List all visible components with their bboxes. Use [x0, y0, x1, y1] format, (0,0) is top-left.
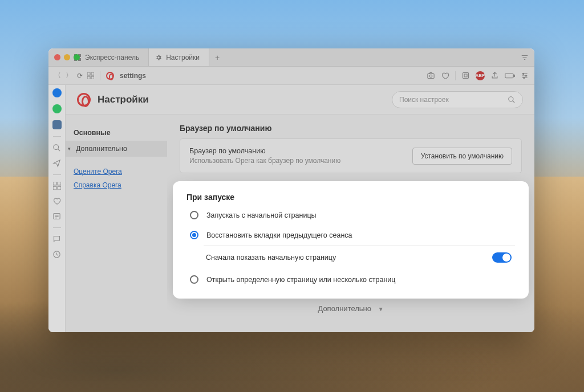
easy-setup-icon[interactable] — [521, 72, 529, 80]
gear-icon — [155, 54, 163, 62]
svg-rect-6 — [87, 76, 90, 79]
section-default-browser-title: Браузер по умолчанию — [180, 124, 522, 133]
opera-logo-icon — [77, 93, 91, 107]
send-rail-icon[interactable] — [52, 159, 61, 168]
close-window-icon[interactable] — [54, 54, 60, 60]
svg-point-15 — [525, 75, 526, 76]
svg-point-17 — [54, 145, 59, 150]
browser-window: Экспресс-панель Настройки + 〈 〉 ⟳ settin… — [48, 48, 534, 332]
radio-label: Открыть определенную страницу или нескол… — [206, 276, 395, 284]
tabbar-menu-icon[interactable] — [521, 54, 534, 62]
page-title: Настройки — [98, 94, 149, 105]
address-text[interactable]: settings — [120, 72, 146, 80]
svg-rect-20 — [53, 186, 56, 190]
new-tab-button[interactable]: + — [209, 53, 225, 62]
adblock-icon[interactable]: ABP — [476, 71, 485, 80]
startup-section: При запуске Запускать с начальной страни… — [176, 185, 525, 295]
extensions-icon[interactable] — [461, 71, 470, 80]
svg-rect-12 — [505, 74, 513, 78]
minimize-window-icon[interactable] — [64, 54, 70, 60]
search-placeholder: Поиск настроек — [399, 96, 449, 104]
tab-label: Настройки — [166, 54, 200, 62]
share-icon[interactable] — [490, 71, 499, 80]
startup-option-restore-session[interactable]: Восстановить вкладки предыдущего сеанса — [186, 225, 515, 245]
opera-icon — [106, 72, 114, 80]
tab-speed-dial[interactable]: Экспресс-панель — [68, 48, 149, 66]
svg-point-16 — [524, 77, 525, 78]
radio-label: Запускать с начальной страницы — [206, 211, 317, 219]
news-rail-icon[interactable] — [52, 212, 61, 220]
tab-bar: Экспресс-панель Настройки + — [48, 48, 534, 67]
heart-rail-icon[interactable] — [52, 197, 61, 205]
whatsapp-icon[interactable] — [52, 104, 62, 113]
toggle-switch[interactable] — [492, 252, 512, 263]
svg-rect-21 — [58, 186, 61, 190]
svg-rect-8 — [428, 74, 434, 78]
maximize-window-icon[interactable] — [74, 54, 80, 60]
radio-icon — [190, 275, 198, 284]
svg-point-9 — [429, 75, 432, 77]
more-label: Дополнительно — [318, 304, 371, 313]
suboption-label: Сначала показать начальную страницу — [206, 254, 336, 262]
radio-icon — [190, 231, 198, 239]
default-browser-label: Браузер по умолчанию — [189, 147, 340, 155]
vk-icon[interactable] — [52, 120, 62, 129]
tab-settings[interactable]: Настройки — [149, 48, 209, 66]
nav-item-basic[interactable]: Основные — [66, 125, 167, 141]
svg-rect-7 — [91, 76, 94, 79]
back-icon[interactable]: 〈 — [54, 71, 61, 80]
default-browser-subtitle: Использовать Opera как браузер по умолча… — [189, 157, 340, 165]
chat-rail-icon[interactable] — [52, 235, 61, 243]
speed-dial-icon[interactable] — [87, 72, 94, 79]
set-default-button[interactable]: Установить по умолчанию — [412, 148, 512, 165]
startup-suboption-show-start-first: Сначала показать начальную страницу — [204, 245, 515, 270]
svg-rect-13 — [514, 75, 515, 76]
settings-search-input[interactable]: Поиск настроек — [392, 91, 523, 108]
search-rail-icon[interactable] — [52, 144, 61, 152]
window-controls — [54, 54, 80, 60]
default-browser-card: Браузер по умолчанию Использовать Opera … — [180, 138, 522, 173]
link-rate-opera[interactable]: Оцените Opera — [66, 165, 167, 178]
nav-controls: 〈 〉 ⟳ — [54, 71, 94, 80]
svg-rect-11 — [464, 74, 467, 77]
svg-rect-4 — [87, 72, 90, 75]
svg-rect-5 — [91, 72, 94, 75]
link-help-opera[interactable]: Справка Opera — [66, 178, 167, 192]
apps-rail-icon[interactable] — [53, 182, 61, 190]
svg-point-14 — [523, 73, 524, 74]
tab-label: Экспресс-панель — [85, 54, 139, 62]
startup-option-specific-pages[interactable]: Открыть определенную страницу или нескол… — [186, 270, 515, 289]
reload-icon[interactable]: ⟳ — [77, 72, 83, 80]
messenger-icon[interactable] — [52, 88, 62, 97]
forward-icon[interactable]: 〉 — [66, 71, 72, 80]
sidebar-rail — [48, 85, 66, 332]
more-advanced-toggle[interactable]: Дополнительно ▼ — [180, 295, 522, 313]
svg-rect-10 — [463, 73, 469, 79]
chevron-down-icon: ▼ — [378, 306, 384, 312]
settings-pane: Браузер по умолчанию Браузер по умолчани… — [167, 115, 534, 332]
settings-nav: Основные Дополнительно Оцените Opera Спр… — [66, 115, 167, 332]
address-bar: 〈 〉 ⟳ settings ABP — [48, 67, 534, 85]
history-rail-icon[interactable] — [52, 250, 61, 259]
startup-option-start-page[interactable]: Запускать с начальной страницы — [186, 205, 515, 225]
svg-rect-18 — [53, 182, 56, 185]
svg-point-24 — [509, 96, 513, 101]
radio-label: Восстановить вкладки предыдущего сеанса — [206, 231, 352, 239]
search-icon — [508, 96, 516, 104]
section-startup-title: При запуске — [186, 193, 515, 202]
nav-item-advanced[interactable]: Дополнительно — [66, 141, 167, 157]
radio-icon — [190, 211, 198, 219]
heart-icon[interactable] — [441, 71, 449, 80]
svg-rect-19 — [58, 182, 61, 185]
battery-icon[interactable] — [505, 72, 515, 79]
camera-icon[interactable] — [427, 71, 435, 80]
settings-header: Настройки Поиск настроек — [66, 85, 534, 115]
